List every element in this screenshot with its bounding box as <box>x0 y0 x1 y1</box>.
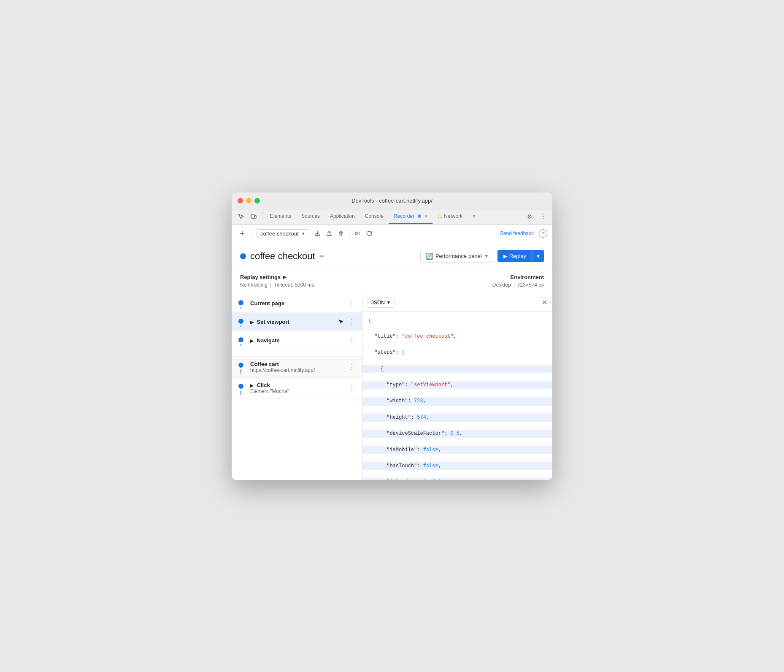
recording-active-icon <box>417 214 422 218</box>
step-content-coffee-cart: Coffee cart https://coffee-cart.netlify.… <box>250 361 347 373</box>
step-title-current-page: Current page <box>250 300 347 306</box>
delete-recording-icon[interactable] <box>335 228 346 239</box>
step-expand-icon-navigate[interactable]: ▶ <box>250 339 254 343</box>
step-connector-coffee-cart <box>232 361 250 373</box>
recorder-toolbar: coffee checkout ▼ <box>232 225 552 243</box>
step-line-current-page <box>241 307 241 309</box>
edit-title-icon[interactable]: ✏ <box>319 253 324 260</box>
send-feedback-link[interactable]: Send feedback <box>500 230 534 236</box>
step-set-viewport[interactable]: ▶ Set viewport ⋮ <box>232 313 362 331</box>
step-click[interactable]: ▶ Click Element "Mocha" ⋮ <box>232 378 362 399</box>
env-size: 723×574 px <box>517 282 544 288</box>
json-format-select[interactable]: JSON ▼ <box>368 298 395 308</box>
traffic-lights <box>238 198 260 203</box>
step-subtitle-click: Element "Mocha" <box>250 388 347 394</box>
tab-sources[interactable]: Sources <box>296 209 325 224</box>
step-content-set-viewport: ▶ Set viewport <box>250 319 337 325</box>
replay-settings-left: Replay settings ▶ No throttling | Timeou… <box>240 274 314 288</box>
perf-dropdown-arrow: ▼ <box>484 254 489 258</box>
add-recording-button[interactable] <box>237 228 248 239</box>
help-icon[interactable]: ? <box>539 229 547 238</box>
minimize-button[interactable] <box>246 198 251 203</box>
step-content-navigate: ▶ Navigate <box>250 337 347 344</box>
recording-header: coffee checkout ✏ 🔄 Performance panel ▼ … <box>232 243 552 268</box>
replay-settings-title: Replay settings ▶ <box>240 274 314 280</box>
step-expand-icon-click[interactable]: ▶ <box>250 383 254 388</box>
settings-icon[interactable]: ⚙ <box>524 211 535 222</box>
env-separator: | <box>514 282 515 288</box>
replay-continuous-icon[interactable] <box>364 228 375 239</box>
step-coffee-cart-group[interactable]: Coffee cart https://coffee-cart.netlify.… <box>232 357 362 378</box>
device-toggle-icon[interactable] <box>248 211 260 222</box>
settings-bar: Replay settings ▶ No throttling | Timeou… <box>232 268 552 294</box>
rec-toolbar-sep1 <box>252 229 252 238</box>
json-content: { "title": "coffee checkout", "steps": [… <box>362 312 552 480</box>
step-current-page[interactable]: Current page ⋮ <box>232 294 362 313</box>
replay-dropdown-button[interactable]: ▼ <box>532 250 544 262</box>
svg-rect-0 <box>251 215 254 218</box>
tab-console[interactable]: Console <box>360 209 389 224</box>
step-more-set-viewport[interactable]: ⋮ <box>347 317 357 327</box>
step-connector-click <box>232 382 250 394</box>
replay-play-icon: ▶ <box>503 253 507 259</box>
settings-expand-icon[interactable]: ▶ <box>283 274 286 280</box>
tab-more[interactable]: » <box>468 209 481 224</box>
more-options-icon[interactable]: ⋮ <box>537 211 549 222</box>
selected-recording-name: coffee checkout <box>260 230 299 237</box>
replay-btn-group: ▶ Replay ▼ <box>497 250 544 262</box>
tab-network[interactable]: ⚠ Network <box>433 209 468 224</box>
json-format-label: JSON <box>371 300 385 306</box>
environment-details: Desktop | 723×574 px <box>492 282 544 288</box>
step-title-click: ▶ Click <box>250 382 347 388</box>
json-panel-close[interactable]: ✕ <box>542 298 547 306</box>
svg-rect-1 <box>255 216 256 218</box>
json-toolbar: JSON ▼ ✕ <box>362 294 552 312</box>
step-more-current-page[interactable]: ⋮ <box>347 298 357 308</box>
close-button[interactable] <box>238 198 243 203</box>
import-icon[interactable] <box>324 228 335 239</box>
step-through-icon[interactable] <box>352 228 363 239</box>
performance-panel-label: Performance panel <box>435 253 482 259</box>
replay-settings-details: No throttling | Timeout: 5000 ms <box>240 282 314 288</box>
settings-separator: | <box>270 282 271 288</box>
timeout-value: Timeout: 5000 ms <box>274 282 314 288</box>
step-navigate[interactable]: ▶ Navigate ⋮ <box>232 331 362 350</box>
step-line-set-viewport <box>241 325 241 327</box>
replay-button[interactable]: ▶ Replay <box>497 250 532 262</box>
toolbar-separator <box>262 212 262 221</box>
json-format-dropdown-arrow: ▼ <box>387 300 391 305</box>
fullscreen-button[interactable] <box>254 198 260 203</box>
tab-application[interactable]: Application <box>325 209 360 224</box>
step-more-click[interactable]: ⋮ <box>347 383 357 393</box>
svg-marker-5 <box>356 232 358 235</box>
titlebar: DevTools - coffee-cart.netlify.app/ <box>232 192 552 209</box>
step-title-navigate: ▶ Navigate <box>250 337 347 344</box>
step-dot-navigate <box>238 337 243 342</box>
step-expand-icon-set-viewport[interactable]: ▶ <box>250 320 254 325</box>
network-warning-icon: ⚠ <box>438 213 442 219</box>
json-panel: JSON ▼ ✕ { "title": "coffee checkout", "… <box>362 294 552 480</box>
tab-elements[interactable]: Elements <box>265 209 296 224</box>
step-dot-current-page <box>238 300 243 305</box>
step-dot-set-viewport <box>238 319 243 324</box>
step-line-click <box>241 390 241 395</box>
step-more-navigate[interactable]: ⋮ <box>347 336 357 345</box>
step-more-coffee-cart[interactable]: ⋮ <box>347 362 357 372</box>
performance-panel-icon: 🔄 <box>426 253 433 260</box>
cursor-icon[interactable] <box>235 211 247 222</box>
step-title-coffee-cart: Coffee cart <box>250 361 347 367</box>
export-icon[interactable] <box>312 228 323 239</box>
recording-status-dot <box>240 253 246 259</box>
step-spacer <box>232 350 362 357</box>
tab-recorder[interactable]: Recorder ✕ <box>389 209 433 224</box>
main-content: coffee checkout ✏ 🔄 Performance panel ▼ … <box>232 243 552 480</box>
performance-panel-button[interactable]: 🔄 Performance panel ▼ <box>420 250 494 263</box>
environment-section: Environment Desktop | 723×574 px <box>492 274 544 288</box>
step-actions-set-viewport: ⋮ <box>337 317 357 327</box>
step-title-set-viewport: ▶ Set viewport <box>250 319 337 325</box>
recording-name-dropdown[interactable]: coffee checkout ▼ <box>257 229 309 238</box>
tab-recorder-close[interactable]: ✕ <box>424 214 427 219</box>
step-line-navigate <box>241 344 241 346</box>
devtools-tabs-bar: Elements Sources Application Console Rec… <box>232 209 552 225</box>
replay-label: Replay <box>509 253 526 259</box>
